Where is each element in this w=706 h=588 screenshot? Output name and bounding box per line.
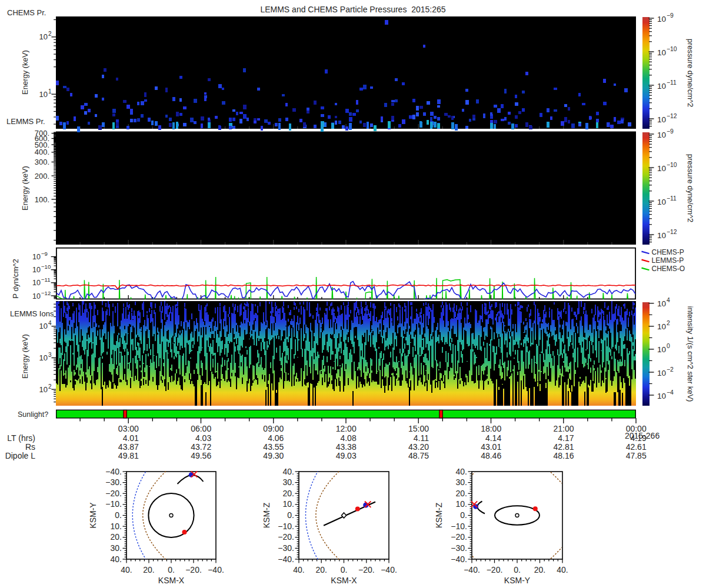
svg-text:LEMMS and CHEMS Particle Press: LEMMS and CHEMS Particle Pressures 2015:…	[260, 5, 445, 14]
svg-text:43.55: 43.55	[263, 442, 284, 452]
svg-text:1: 1	[48, 88, 52, 95]
svg-text:49.03: 49.03	[336, 451, 357, 460]
svg-text:−30.: −30.	[278, 543, 294, 553]
svg-text:−10.: −10.	[278, 522, 294, 531]
svg-text:40.: 40.	[456, 467, 467, 476]
svg-text:2: 2	[48, 31, 52, 37]
svg-text:−10: −10	[667, 162, 677, 168]
svg-text:20.: 20.	[111, 532, 122, 542]
svg-text:KSM-Z: KSM-Z	[262, 502, 271, 528]
svg-text:LEMMS Pr.: LEMMS Pr.	[6, 117, 45, 126]
svg-text:200.: 200.	[35, 172, 49, 181]
svg-text:10.: 10.	[283, 499, 294, 509]
svg-text:0.: 0.	[115, 510, 122, 520]
svg-text:pressure dyne/cm^2: pressure dyne/cm^2	[686, 39, 695, 108]
svg-text:−20.: −20.	[185, 565, 202, 574]
svg-text:43.87: 43.87	[118, 442, 139, 452]
svg-text:−40.: −40.	[381, 565, 397, 574]
svg-text:4: 4	[667, 297, 670, 303]
svg-text:−11: −11	[667, 195, 677, 202]
svg-text:20.: 20.	[315, 565, 327, 574]
svg-text:49.56: 49.56	[191, 451, 211, 460]
svg-text:10: 10	[32, 292, 41, 300]
svg-text:30.: 30.	[456, 477, 467, 487]
svg-text:2: 2	[667, 320, 670, 326]
svg-text:18:00: 18:00	[481, 424, 501, 433]
svg-text:30.: 30.	[111, 543, 122, 553]
svg-text:20.: 20.	[534, 565, 545, 574]
svg-text:−20.: −20.	[278, 532, 294, 542]
svg-text:48.46: 48.46	[481, 451, 501, 460]
svg-text:10: 10	[657, 369, 666, 377]
svg-text:KSM-X: KSM-X	[331, 576, 357, 585]
svg-text:−10.: −10.	[451, 522, 467, 531]
svg-text:10: 10	[39, 322, 48, 330]
svg-text:−40.: −40.	[451, 554, 467, 564]
svg-text:10: 10	[657, 231, 666, 240]
svg-text:15:00: 15:00	[408, 424, 429, 433]
svg-text:4.01: 4.01	[123, 433, 139, 443]
svg-text:20.: 20.	[283, 489, 294, 498]
svg-text:LEMMS-P: LEMMS-P	[652, 256, 684, 265]
svg-text:Dipole L: Dipole L	[5, 451, 36, 460]
svg-text:2: 2	[48, 383, 52, 390]
svg-text:KSM-Z: KSM-Z	[434, 502, 444, 528]
svg-text:42.81: 42.81	[553, 442, 574, 452]
svg-text:06:00: 06:00	[191, 424, 211, 433]
svg-text:48.16: 48.16	[553, 451, 574, 460]
svg-text:P dyn/cm^2: P dyn/cm^2	[11, 259, 20, 298]
svg-text:48.75: 48.75	[408, 451, 429, 460]
svg-text:4.14: 4.14	[485, 433, 501, 443]
svg-text:−9: −9	[41, 250, 48, 257]
svg-text:10: 10	[657, 198, 666, 206]
svg-text:43.20: 43.20	[408, 442, 429, 452]
svg-text:−40.: −40.	[208, 565, 224, 574]
svg-text:0.: 0.	[514, 565, 521, 574]
svg-text:−30.: −30.	[105, 477, 122, 487]
svg-text:10: 10	[32, 279, 41, 287]
svg-text:4.11: 4.11	[414, 433, 429, 443]
svg-text:10.: 10.	[456, 499, 467, 509]
svg-text:10: 10	[657, 115, 666, 124]
svg-text:49.30: 49.30	[263, 451, 284, 460]
svg-text:LT (hrs): LT (hrs)	[7, 433, 35, 443]
svg-text:CHEMS-O: CHEMS-O	[652, 265, 685, 273]
svg-text:10: 10	[32, 266, 41, 274]
svg-text:KSM-Y: KSM-Y	[504, 576, 531, 585]
svg-text:03:00: 03:00	[118, 424, 139, 433]
svg-text:10: 10	[39, 353, 48, 362]
svg-text:−12: −12	[41, 290, 51, 296]
svg-text:−12: −12	[667, 113, 677, 119]
svg-text:intensity 1/(s cm^2 ster keV): intensity 1/(s cm^2 ster keV)	[686, 306, 695, 402]
svg-text:4.17: 4.17	[558, 433, 574, 443]
svg-text:−20.: −20.	[105, 489, 122, 498]
svg-text:40.: 40.	[283, 467, 294, 476]
svg-text:−20.: −20.	[358, 565, 375, 574]
svg-text:10: 10	[657, 392, 666, 400]
svg-text:4.03: 4.03	[195, 433, 211, 443]
svg-text:40.: 40.	[121, 565, 132, 574]
svg-text:CHEMS Pr.: CHEMS Pr.	[7, 8, 46, 17]
svg-text:400.: 400.	[35, 148, 49, 156]
svg-text:10: 10	[657, 345, 666, 354]
svg-text:−30.: −30.	[451, 543, 467, 553]
svg-text:KSM-Y: KSM-Y	[88, 502, 98, 529]
svg-text:LEMMS Ions: LEMMS Ions	[10, 309, 54, 318]
svg-text:10: 10	[657, 322, 666, 331]
svg-text:43.01: 43.01	[481, 442, 501, 452]
svg-text:pressure dyne/cm^2: pressure dyne/cm^2	[686, 154, 695, 223]
svg-text:10: 10	[657, 299, 666, 308]
svg-text:21:00: 21:00	[553, 424, 574, 433]
svg-text:10: 10	[657, 48, 666, 57]
svg-text:4.08: 4.08	[340, 433, 356, 443]
svg-text:49.81: 49.81	[118, 451, 139, 460]
svg-text:2015-266: 2015-266	[625, 431, 660, 440]
svg-text:Sunlight?: Sunlight?	[18, 410, 48, 419]
svg-text:−40.: −40.	[105, 467, 122, 476]
svg-text:CHEMS-P: CHEMS-P	[652, 248, 684, 256]
svg-text:−10: −10	[667, 46, 677, 52]
svg-text:40.: 40.	[111, 554, 122, 564]
svg-text:47.85: 47.85	[626, 451, 647, 460]
svg-text:0.: 0.	[460, 510, 467, 520]
svg-text:300.: 300.	[35, 158, 49, 166]
